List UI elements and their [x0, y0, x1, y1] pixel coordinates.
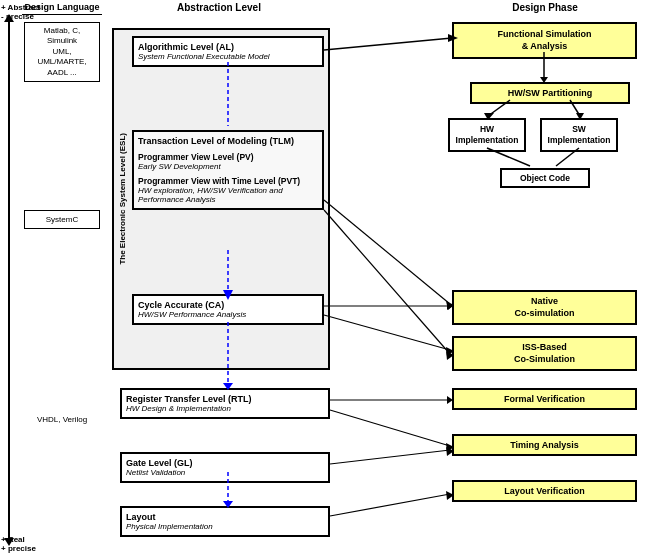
al-subtitle: System Functional Executable Model	[138, 52, 318, 61]
hw-sw-box: HW/SW Partitioning	[470, 82, 630, 104]
ca-title: Cycle Accurate (CA)	[138, 300, 318, 310]
matlab-label: Matlab, C, Simulink UML, UML/MARTE, AADL…	[37, 26, 86, 77]
svg-line-17	[324, 200, 450, 304]
obj-code-box: Object Code	[500, 168, 590, 188]
svg-line-29	[330, 494, 450, 516]
diagram-container: + Abstract - precise + Real + precise De…	[0, 0, 651, 560]
hw-impl-label: HW Implementation	[454, 124, 520, 146]
formal-box: Formal Verification	[452, 388, 637, 410]
vhdl-label: VHDL, Verilog	[24, 415, 100, 424]
design-language-header: Design Language	[22, 2, 102, 15]
hw-impl-box: HW Implementation	[448, 118, 526, 152]
tlm-title: Transaction Level of Modeling (TLM)	[138, 136, 318, 146]
iss-label: ISS-Based Co-Simulation	[458, 342, 631, 365]
func-sim-box: Functional Simulation & Analysis	[452, 22, 637, 59]
timing-box: Timing Analysis	[452, 434, 637, 456]
real-label: + Real + precise	[1, 536, 36, 554]
gl-title: Gate Level (GL)	[126, 458, 324, 468]
ca-box: Cycle Accurate (CA) HW/SW Performance An…	[132, 294, 324, 325]
al-title: Algorithmic Level (AL)	[138, 42, 318, 52]
sw-impl-label: SW Implementation	[546, 124, 612, 146]
iss-box: ISS-Based Co-Simulation	[452, 336, 637, 371]
layout-box: Layout Physical Implementation	[120, 506, 330, 537]
rtl-subtitle: HW Design & Implementation	[126, 404, 324, 413]
ca-subtitle: HW/SW Performance Analysis	[138, 310, 318, 319]
layout-title: Layout	[126, 512, 324, 522]
layout-ver-box: Layout Verification	[452, 480, 637, 502]
svg-line-3	[324, 38, 452, 50]
rtl-box: Register Transfer Level (RTL) HW Design …	[120, 388, 330, 419]
al-box: Algorithmic Level (AL) System Functional…	[132, 36, 324, 67]
sw-impl-box: SW Implementation	[540, 118, 618, 152]
svg-line-21	[324, 315, 450, 350]
layout-subtitle: Physical Implementation	[126, 522, 324, 531]
tlm-box: Transaction Level of Modeling (TLM) Prog…	[132, 130, 324, 210]
pvt-title: Programmer View with Time Level (PVT)	[138, 176, 318, 186]
gl-box: Gate Level (GL) Netlist Validation	[120, 452, 330, 483]
native-box: Native Co-simulation	[452, 290, 637, 325]
rtl-title: Register Transfer Level (RTL)	[126, 394, 324, 404]
pv-sub: Early SW Development	[138, 162, 318, 171]
svg-line-31	[324, 210, 450, 354]
design-phase-header: Design Phase	[445, 2, 645, 13]
esl-text: The Electronic System Level (ESL)	[118, 133, 127, 265]
systemc-box: SystemC	[24, 210, 100, 229]
func-sim-label: Functional Simulation & Analysis	[459, 29, 630, 52]
vertical-axis-arrow	[8, 20, 10, 540]
svg-line-27	[330, 450, 450, 464]
matlab-box: Matlab, C, Simulink UML, UML/MARTE, AADL…	[24, 22, 100, 82]
gl-subtitle: Netlist Validation	[126, 468, 324, 477]
esl-vertical-label: The Electronic System Level (ESL)	[114, 28, 130, 370]
pv-title: Programmer View Level (PV)	[138, 152, 318, 162]
abstraction-level-header: Abstraction Level	[108, 2, 330, 13]
pvt-sub: HW exploration, HW/SW Verification and P…	[138, 186, 318, 204]
native-label: Native Co-simulation	[458, 296, 631, 319]
svg-line-25	[330, 410, 450, 446]
